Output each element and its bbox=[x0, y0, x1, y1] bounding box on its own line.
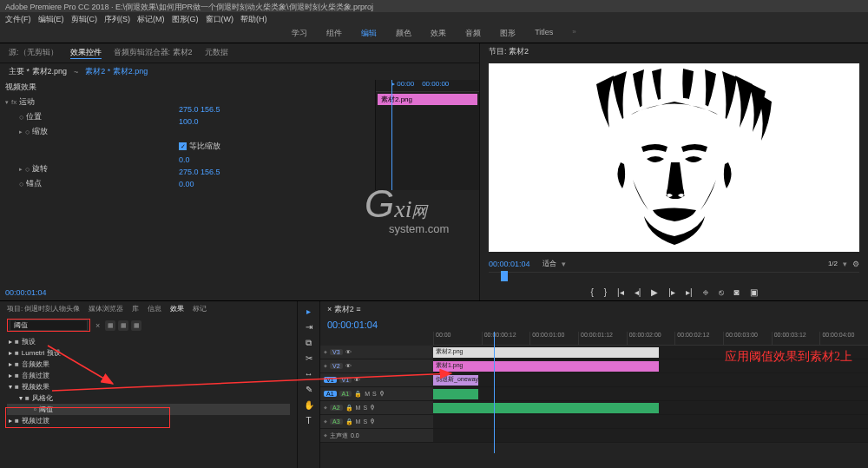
program-scrubber[interactable] bbox=[489, 272, 859, 284]
ws-assembly[interactable]: 组件 bbox=[326, 28, 342, 39]
ws-edit[interactable]: 编辑 bbox=[361, 28, 377, 39]
yuv-icon[interactable]: ▦ bbox=[131, 320, 141, 331]
type-tool-icon[interactable]: T bbox=[302, 416, 316, 428]
tree-video-fx[interactable]: ▾■视频效果 bbox=[7, 381, 290, 392]
clip-v1[interactable]: 倒退斯_onewaybatch.mpe bbox=[433, 375, 478, 386]
razor-tool-icon[interactable]: ✂ bbox=[302, 353, 316, 366]
extract-icon[interactable]: ⎋ bbox=[719, 287, 724, 297]
clear-search-icon[interactable]: × bbox=[95, 321, 100, 330]
ws-titles[interactable]: Titles bbox=[535, 28, 553, 39]
sequence-name[interactable]: × 素材2 ≡ bbox=[327, 305, 361, 313]
slip-tool-icon[interactable]: ↔ bbox=[302, 369, 316, 381]
tab-effect-controls[interactable]: 效果控件 bbox=[70, 47, 102, 59]
timeline-timecode[interactable]: 00:00:01:04 bbox=[320, 318, 868, 332]
track-head-v2[interactable]: ⌖V2👁 bbox=[320, 359, 433, 372]
track-head-v1[interactable]: V1V1👁 bbox=[320, 373, 433, 386]
ws-audio[interactable]: 音频 bbox=[465, 28, 481, 39]
timeline-ruler[interactable]: 00:00 00:00:00:12 00:00:01:00 00:00:01:1… bbox=[433, 332, 868, 346]
val-position[interactable]: 275.0 156.5 bbox=[174, 103, 375, 115]
tab-libraries[interactable]: 库 bbox=[132, 304, 139, 313]
ec-scale[interactable]: ▸○缩放 bbox=[0, 124, 174, 139]
export-frame-icon[interactable]: ◙ bbox=[734, 287, 740, 297]
go-out-icon[interactable]: ▸| bbox=[686, 287, 693, 297]
ec-mini-timeline[interactable]: ▸ 00:00 00:00:00 素材2.png bbox=[375, 80, 479, 190]
ec-master-clip[interactable]: 主要 * 素材2.png bbox=[9, 66, 67, 77]
timeline-playhead[interactable] bbox=[494, 332, 495, 453]
ec-position[interactable]: ○位置 bbox=[0, 109, 174, 124]
track-head-a3[interactable]: ⌖A3🔒MS🎙 bbox=[320, 415, 433, 428]
workspace-bar: 学习 组件 编辑 颜色 效果 音频 图形 Titles » bbox=[0, 24, 868, 43]
clip-v3[interactable]: 素材2.png bbox=[433, 347, 659, 358]
tree-lumetri[interactable]: ▸■Lumetri 预设 bbox=[7, 347, 290, 359]
ws-learn[interactable]: 学习 bbox=[292, 28, 307, 39]
mark-in-icon[interactable]: { bbox=[590, 287, 593, 297]
selection-tool-icon[interactable]: ▸ bbox=[302, 307, 316, 319]
play-icon[interactable]: ▶ bbox=[651, 287, 658, 297]
resolution-half[interactable]: 1/2 bbox=[828, 260, 838, 267]
tree-presets[interactable]: ▸■预设 bbox=[7, 336, 290, 347]
go-in-icon[interactable]: |◂ bbox=[617, 287, 624, 297]
accel-icon[interactable]: ▦ bbox=[105, 320, 115, 331]
tab-markers[interactable]: 标记 bbox=[193, 304, 207, 313]
clip-a2[interactable] bbox=[433, 403, 659, 413]
step-fwd-icon[interactable]: |▸ bbox=[668, 287, 675, 297]
menu-file[interactable]: 文件(F) bbox=[5, 14, 31, 23]
ws-color[interactable]: 颜色 bbox=[396, 28, 411, 39]
val-anchor[interactable]: 275.0 156.5 bbox=[174, 166, 375, 178]
tab-effects[interactable]: 效果 bbox=[170, 304, 184, 313]
ec-clip-link[interactable]: 素材2 * 素材2.png bbox=[85, 66, 148, 77]
tree-stylize[interactable]: ▾■风格化 bbox=[7, 392, 290, 404]
scrubber-head[interactable] bbox=[501, 271, 508, 281]
tab-source[interactable]: 源:（无剪辑） bbox=[9, 47, 58, 59]
effects-search-input[interactable] bbox=[10, 320, 88, 331]
tab-audio-mixer[interactable]: 音频剪辑混合器: 素材2 bbox=[114, 47, 193, 59]
source-timecode[interactable]: 00:00:01:04 bbox=[5, 288, 47, 297]
menu-sequence[interactable]: 序列(S) bbox=[104, 14, 130, 23]
tab-media-browser[interactable]: 媒体浏览器 bbox=[89, 304, 123, 313]
clip-a1[interactable] bbox=[433, 389, 478, 399]
lift-icon[interactable]: ⎆ bbox=[703, 287, 708, 297]
ws-graphics[interactable]: 图形 bbox=[500, 28, 516, 39]
program-timecode-left[interactable]: 00:00:01:04 bbox=[489, 260, 530, 268]
tab-metadata[interactable]: 元数据 bbox=[205, 47, 228, 59]
32bit-icon[interactable]: ▦ bbox=[118, 320, 128, 331]
menu-window[interactable]: 窗口(W) bbox=[206, 14, 234, 23]
menu-clip[interactable]: 剪辑(C) bbox=[71, 14, 98, 23]
ec-motion[interactable]: ▾fx运动 bbox=[0, 95, 174, 109]
menu-graphics[interactable]: 图形(G) bbox=[172, 14, 199, 23]
track-select-tool-icon[interactable]: ⇥ bbox=[302, 322, 316, 334]
ripple-tool-icon[interactable]: ⧉ bbox=[302, 338, 316, 350]
tree-audio-trans[interactable]: ▸■音频过渡 bbox=[7, 370, 290, 381]
zoom-fit[interactable]: 适合 bbox=[542, 259, 556, 268]
step-back-icon[interactable]: ◂| bbox=[635, 287, 641, 297]
mark-out-icon[interactable]: } bbox=[604, 287, 607, 297]
tab-info[interactable]: 信息 bbox=[148, 304, 161, 313]
track-head-a2[interactable]: ⌖A2🔒MS🎙 bbox=[320, 401, 433, 414]
ws-overflow-icon[interactable]: » bbox=[572, 28, 575, 39]
tab-project[interactable]: 项目: 倒退时刻人物头像 bbox=[7, 304, 80, 313]
val-uniform[interactable]: ✓ 等比缩放 bbox=[174, 139, 375, 154]
clip-v2[interactable]: 素材1.png bbox=[433, 361, 659, 372]
val-rotation[interactable]: 0.0 bbox=[174, 154, 375, 166]
track-head-a1[interactable]: A1A1🔒MS🎙 bbox=[320, 387, 433, 400]
ec-playhead[interactable] bbox=[391, 80, 392, 190]
val-scale[interactable]: 100.0 bbox=[174, 115, 375, 128]
track-head-v3[interactable]: ⌖V3👁 bbox=[320, 346, 433, 359]
compare-icon[interactable]: ▣ bbox=[750, 287, 758, 297]
tree-audio-fx[interactable]: ▸■音频效果 bbox=[7, 359, 290, 370]
track-head-master[interactable]: ⌖主声道0.0 bbox=[320, 429, 433, 442]
pen-tool-icon[interactable]: ✎ bbox=[302, 385, 316, 397]
hand-tool-icon[interactable]: ✋ bbox=[302, 400, 316, 412]
settings-icon[interactable]: ⚙ bbox=[852, 260, 859, 268]
ec-rotation[interactable]: ▸○旋转 bbox=[0, 161, 174, 176]
val-antiflicker[interactable]: 0.00 bbox=[174, 178, 375, 190]
checkbox-icon[interactable]: ✓ bbox=[179, 142, 187, 150]
menu-help[interactable]: 帮助(H) bbox=[240, 14, 267, 23]
ec-anchor[interactable]: ○锚点 bbox=[0, 176, 174, 190]
ws-effects[interactable]: 效果 bbox=[431, 28, 446, 39]
menu-edit[interactable]: 编辑(E) bbox=[38, 14, 64, 23]
effects-tree[interactable]: ▸■预设 ▸■Lumetri 预设 ▸■音频效果 ▸■音频过渡 ▾■视频效果 ▾… bbox=[0, 334, 297, 468]
ec-mini-clip[interactable]: 素材2.png bbox=[378, 94, 477, 105]
program-view[interactable] bbox=[489, 63, 859, 252]
menu-marker[interactable]: 标记(M) bbox=[137, 14, 165, 23]
